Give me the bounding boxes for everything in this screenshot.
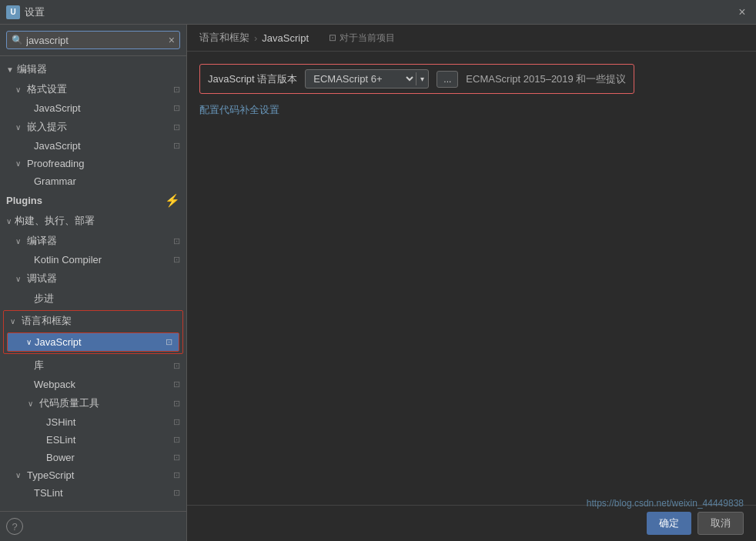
sidebar-item-compiler[interactable]: ∨ 编译器 ⊡	[0, 231, 186, 251]
sidebar-label-embed: 嵌入提示	[27, 120, 67, 134]
sidebar-label-compiler: 编译器	[27, 234, 57, 248]
sidebar-item-format-settings[interactable]: ∨ 格式设置 ⊡	[0, 79, 186, 99]
sidebar-nav: ▼ 编辑器 ∨ 格式设置 ⊡ JavaScript ⊡ ∨ 嵌入提示 ⊡ Jav…	[0, 56, 186, 511]
sidebar-label-webpack: Webpack	[34, 379, 75, 390]
current-project-label: 对于当前项目	[340, 32, 395, 45]
collapse-arrow-debugger: ∨	[15, 275, 21, 283]
reset-icon-bower: ⊡	[173, 453, 180, 463]
main-layout: 🔍 × ▼ 编辑器 ∨ 格式设置 ⊡ JavaScript ⊡ ∨	[0, 25, 756, 541]
breadcrumb-separator: ›	[254, 32, 257, 44]
sidebar-label-build: 构建、执行、部署	[15, 214, 95, 228]
sidebar-label-grammar: Grammar	[34, 175, 76, 187]
sidebar-label-library: 库	[34, 359, 44, 372]
collapse-arrow-compiler: ∨	[15, 237, 21, 245]
js-version-select[interactable]: ECMAScript 6+ ECMAScript 5.1 ECMAScript …	[306, 70, 416, 88]
sidebar-label-proofreading: Proofreading	[27, 158, 84, 169]
breadcrumb-parent: 语言和框架	[199, 31, 249, 45]
collapse-arrow-proof: ∨	[15, 159, 21, 168]
reset-icon-library: ⊡	[173, 361, 180, 371]
collapse-arrow-quality: ∨	[28, 399, 33, 408]
sidebar-label-jshint: JSHint	[46, 416, 75, 428]
js-version-dropdown[interactable]: ECMAScript 6+ ECMAScript 5.1 ECMAScript …	[305, 69, 429, 88]
sidebar-item-webpack[interactable]: Webpack ⊡	[0, 376, 186, 393]
help-button[interactable]: ?	[6, 518, 23, 535]
app-icon: U	[6, 5, 20, 19]
sidebar-label-js-main: JavaScript	[35, 336, 82, 348]
sidebar-label-kotlin: Kotlin Compiler	[34, 254, 102, 265]
collapse-arrow-format: ∨	[15, 85, 21, 94]
collapse-arrow-ts: ∨	[15, 471, 21, 479]
bottom-bar: 确定 取消	[187, 505, 756, 541]
sidebar-item-build-run[interactable]: ∨ 构建、执行、部署	[0, 211, 186, 231]
sidebar-item-editor[interactable]: ▼ 编辑器	[0, 59, 186, 79]
sidebar-label-format-javascript: JavaScript	[34, 102, 81, 114]
reset-icon-kotlin: ⊡	[173, 255, 180, 265]
sidebar-item-bower[interactable]: Bower ⊡	[0, 449, 186, 466]
sidebar-label-debugger: 调试器	[27, 272, 57, 286]
sidebar-item-kotlin-compiler[interactable]: Kotlin Compiler ⊡	[0, 251, 186, 269]
config-link[interactable]: 配置代码补全设置	[199, 104, 279, 115]
dropdown-arrow-icon[interactable]: ▾	[416, 72, 428, 85]
reset-icon-format: ⊡	[173, 85, 180, 95]
sidebar-label-embed-js: JavaScript	[34, 140, 81, 152]
title-bar: U 设置 ×	[0, 0, 756, 25]
sidebar-label-bower: Bower	[46, 452, 75, 463]
search-wrapper: 🔍 ×	[6, 31, 180, 49]
sidebar-label-lang: 语言和框架	[22, 314, 72, 328]
reset-icon-tslint: ⊡	[173, 488, 180, 498]
sidebar-item-grammar[interactable]: Grammar	[0, 172, 186, 190]
reset-icon-embed: ⊡	[173, 122, 180, 132]
ok-button[interactable]: 确定	[647, 512, 691, 535]
breadcrumb-current: JavaScript	[262, 32, 309, 44]
collapse-arrow-lang: ∨	[10, 317, 15, 326]
sidebar-item-typescript[interactable]: ∨ TypeScript ⊡	[0, 466, 186, 484]
search-input[interactable]	[26, 35, 166, 46]
cancel-button[interactable]: 取消	[697, 512, 744, 535]
sidebar-label-tslint: TSLint	[34, 487, 63, 499]
sidebar-item-jshint[interactable]: JSHint ⊡	[0, 413, 186, 431]
sidebar-item-proofreading[interactable]: ∨ Proofreading	[0, 155, 186, 172]
sidebar-item-debugger[interactable]: ∨ 调试器	[0, 269, 186, 289]
sidebar-item-tslint[interactable]: TSLint ⊡	[0, 484, 186, 502]
sidebar-item-format-javascript[interactable]: JavaScript ⊡	[0, 99, 186, 117]
sidebar-label-typescript: TypeScript	[27, 469, 74, 481]
sidebar-item-javascript-main[interactable]: ∨ JavaScript ⊡	[8, 333, 179, 351]
sidebar-item-library[interactable]: 库 ⊡	[0, 356, 186, 376]
close-button[interactable]: ×	[734, 5, 750, 20]
sidebar-label-plugins: Plugins	[6, 195, 42, 206]
sidebar-bottom: ?	[0, 511, 186, 541]
sidebar-item-embed-javascript[interactable]: JavaScript ⊡	[0, 137, 186, 155]
collapse-arrow-embed: ∨	[15, 123, 21, 132]
lang-framework-section: ∨ 语言和框架 ∨ JavaScript ⊡	[3, 310, 183, 354]
sidebar-item-plugins[interactable]: Plugins ⚡	[0, 190, 186, 211]
sidebar-item-eslint[interactable]: ESLint ⊡	[0, 431, 186, 449]
sidebar-item-step[interactable]: 步进	[0, 289, 186, 309]
collapse-arrow-editor: ▼	[6, 65, 14, 74]
reset-icon-typescript: ⊡	[173, 470, 180, 480]
sidebar-item-lang-framework[interactable]: ∨ 语言和框架	[4, 311, 182, 331]
search-clear-button[interactable]: ×	[169, 34, 175, 46]
javascript-active-border: ∨ JavaScript ⊡	[7, 332, 179, 352]
current-project-icon: ⊡	[329, 32, 336, 43]
current-project-action[interactable]: ⊡ 对于当前项目	[329, 32, 395, 45]
title-bar-left: U 设置	[6, 5, 45, 19]
window-title: 设置	[25, 5, 45, 19]
breadcrumb: 语言和框架 › JavaScript ⊡ 对于当前项目	[187, 25, 756, 52]
more-options-button[interactable]: ...	[437, 71, 458, 88]
reset-icon-quality: ⊡	[173, 399, 180, 409]
sidebar-label-format: 格式设置	[27, 82, 67, 96]
reset-icon-compiler: ⊡	[173, 236, 180, 246]
sidebar-item-embed-hints[interactable]: ∨ 嵌入提示 ⊡	[0, 117, 186, 137]
translate-icon: ⚡	[165, 193, 180, 208]
setting-description: ECMAScript 2015–2019 和一些提议	[466, 72, 626, 86]
sidebar-label-eslint: ESLint	[46, 434, 75, 446]
js-version-setting-row: JavaScript 语言版本 ECMAScript 6+ ECMAScript…	[199, 64, 634, 94]
sidebar-label-step: 步进	[34, 292, 54, 306]
content-area: 语言和框架 › JavaScript ⊡ 对于当前项目 JavaScript 语…	[187, 25, 756, 541]
sidebar-item-code-quality[interactable]: ∨ 代码质量工具 ⊡	[0, 393, 186, 413]
reset-icon-format-js: ⊡	[173, 103, 180, 113]
watermark: https://blog.csdn.net/weixin_44449838	[587, 498, 744, 509]
reset-icon-jshint: ⊡	[173, 417, 180, 427]
collapse-arrow-js-main: ∨	[26, 338, 32, 346]
reset-icon-webpack: ⊡	[173, 379, 180, 389]
